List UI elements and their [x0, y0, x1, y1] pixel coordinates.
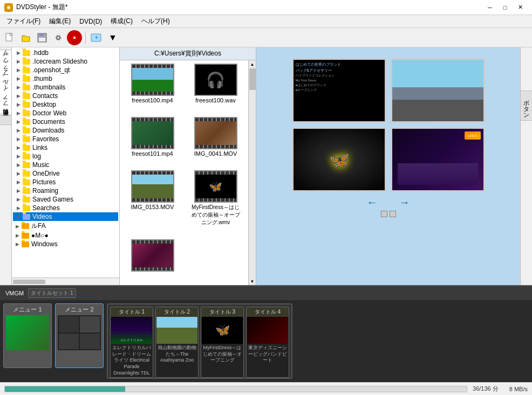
horizontal-scrollbar[interactable] — [12, 278, 119, 285]
tree-item-icecream[interactable]: ▶ .Icecream Slidesho — [13, 57, 118, 66]
menu-help[interactable]: ヘルプ(H) — [137, 16, 174, 27]
tree-item-windows[interactable]: ▶ Windows — [13, 240, 118, 248]
tree-item-jpfa[interactable]: ▶ ルFA — [13, 221, 118, 231]
menu-dvd[interactable]: DVD(D) — [75, 17, 106, 26]
svg-point-1 — [8, 6, 10, 9]
expand-icon: ▶ — [14, 102, 23, 107]
menu-edit[interactable]: 編集(E) — [45, 16, 75, 27]
title-bar-left: DVDStyler - 無題* — [4, 3, 67, 12]
status-right: 36/136 分 8 MB/s — [473, 385, 528, 393]
sidebar-tab-button[interactable]: ボタン — [520, 91, 532, 121]
title-block-4[interactable]: タイトル 4 東京ディズニーシービッグバンドビート — [246, 307, 289, 378]
file-name: IMG_0041.MOV — [192, 150, 240, 157]
tree-item-doctorweb[interactable]: ▶ Doctor Web — [13, 109, 118, 117]
add-button[interactable]: + — [89, 30, 104, 45]
timeline-menu2[interactable]: メニュー 2 — [55, 303, 104, 368]
sidebar-tab-file-browser[interactable]: ファイルブラウザ — [0, 50, 12, 114]
add-dropdown[interactable]: ▼ — [105, 30, 120, 45]
preview-dot-1[interactable] — [381, 211, 387, 217]
file-thumb — [194, 117, 237, 149]
vertical-scrollbar[interactable]: ▲ ▼ — [248, 60, 256, 285]
title3-label: MyFirstDress～はじめての振袖～オープニング — [201, 344, 243, 365]
title-block-2[interactable]: タイトル 2 旭山動物園の動物たち～The Asahiyama Zoo — [155, 307, 199, 378]
folder-icon — [22, 223, 29, 229]
tree-item-links[interactable]: ▶ Links — [13, 143, 118, 152]
maximize-button[interactable]: □ — [497, 2, 513, 13]
folder-icon — [23, 197, 30, 203]
file-content-panel: C:¥Users¥賞則¥Videos freesot100.mp4 🎧 free… — [120, 47, 256, 285]
preview-dot-2[interactable] — [390, 211, 396, 217]
tree-item-pictures[interactable]: ▶ Pictures — [13, 178, 118, 186]
new-button[interactable] — [2, 30, 17, 45]
folder-icon — [23, 119, 30, 125]
title1-label: エレクトリカルパレード・ドリームライツ Electrical Parade Dr… — [111, 344, 153, 377]
title-block-3[interactable]: タイトル 3 🦋 MyFirstDress～はじめての振袖～オープニング — [201, 307, 244, 378]
minimize-button[interactable]: ─ — [482, 2, 497, 13]
file-name: MyFirstDress～はじめての振袖～オープニング.wmv — [192, 204, 240, 226]
folder-icon — [23, 102, 30, 108]
folder-icon — [23, 128, 30, 134]
title-block-1[interactable]: タイトル 1 エレクトリカル エレクトリカルパレード・ドリームライツ Elect… — [110, 307, 153, 378]
open-button[interactable] — [18, 30, 33, 45]
preview-thumb-1: はじめての世界のブランド バッグ&アクセサリー ハイブランドコレクション My … — [292, 58, 386, 123]
preview-back-button[interactable]: ← — [367, 196, 378, 209]
expand-icon: ▶ — [14, 76, 23, 81]
tree-item-thumbnails[interactable]: ▶ .thumbnails — [13, 83, 118, 92]
tree-item-favorites[interactable]: ▶ Favorites — [13, 135, 118, 143]
tree-item-onedrive[interactable]: ▶ OneDrive — [13, 169, 118, 178]
settings-button[interactable] — [51, 30, 66, 45]
folder-icon — [22, 233, 29, 239]
menu-compose[interactable]: 構成(C) — [106, 16, 137, 27]
scroll-thumb[interactable] — [249, 68, 256, 90]
tree-item-music[interactable]: ▶ Music — [13, 161, 118, 169]
file-item-kimono[interactable] — [122, 238, 183, 283]
tree-item-desktop[interactable]: ▶ Desktop — [13, 100, 118, 109]
tree-item-documents[interactable]: ▶ Documents — [13, 117, 118, 126]
svg-rect-5 — [39, 38, 45, 41]
tree-item-videos[interactable]: ▶ Videos — [13, 212, 118, 221]
folder-icon — [23, 188, 30, 194]
tree-item-savedgames[interactable]: ▶ Saved Games — [13, 195, 118, 204]
file-item-freesot101mp4[interactable]: freesot101.mp4 — [122, 116, 183, 167]
title-set-label[interactable]: タイトルセット 1 — [28, 288, 76, 298]
timeline-menu1[interactable]: メニュー 1 — [3, 303, 52, 368]
file-thumb: 🦋 — [194, 170, 237, 203]
left-sidebar-tabs: ファイルブラウザ 画面切替 — [0, 47, 12, 285]
folder-icon — [23, 145, 30, 151]
expand-icon: ▶ — [14, 171, 23, 176]
expand-icon: ▶ — [13, 233, 22, 238]
tree-item-hddb[interactable]: ▶ .hddb — [13, 48, 118, 57]
menu2-thumb — [58, 315, 101, 350]
expand-icon: ▶ — [13, 224, 22, 229]
file-name: freesot100.mp4 — [128, 97, 177, 103]
file-browser-panel: ▶ .hddb ▶ .Icecream Slidesho ▶ .openshot… — [12, 47, 120, 285]
title4-thumb — [247, 317, 288, 344]
tree-item-downloads[interactable]: ▶ Downloads — [13, 126, 118, 135]
save-button[interactable] — [35, 30, 50, 45]
file-item-img0041mov[interactable]: IMG_0041.MOV — [185, 116, 246, 167]
tree-item-searches[interactable]: ▶ Searches — [13, 204, 118, 212]
tree-item-contacts[interactable]: ▶ Contacts — [13, 92, 118, 100]
tree-item-moo[interactable]: ▶ ●M○● — [13, 231, 118, 240]
title1-thumb: エレクトリカル — [111, 317, 152, 344]
app-title: DVDStyler - 無題* — [16, 3, 67, 12]
file-item-myfirstdress[interactable]: 🦋 MyFirstDress～はじめての振袖～オープニング.wmv — [185, 169, 246, 237]
tree-item-openshot[interactable]: ▶ .openshot_qt — [13, 66, 118, 74]
close-button[interactable]: ✕ — [513, 2, 528, 13]
tree-item-roaming[interactable]: ▶ Roaming — [13, 186, 118, 195]
tree-item-log[interactable]: ▶ log — [13, 152, 118, 161]
title2-header: タイトル 2 — [156, 307, 198, 317]
timeline-area: VMGM タイトルセット 1 メニュー 1 メニュー 2 — [0, 285, 532, 382]
burn-button[interactable] — [67, 30, 82, 45]
status-bar: 36/136 分 8 MB/s — [0, 382, 532, 395]
tree-item-thumb[interactable]: ▶ .thumb — [13, 74, 118, 83]
file-item-freesot100wav[interactable]: 🎧 freesot100.wav — [185, 63, 246, 114]
file-item-freesot100mp4[interactable]: freesot100.mp4 — [122, 63, 183, 114]
preview-nav: ← → — [262, 196, 515, 209]
progress-bar — [4, 386, 467, 392]
sidebar-tab-scene-browser[interactable]: 画面切替 — [0, 115, 12, 125]
preview-forward-button[interactable]: → — [399, 196, 410, 209]
menu-file[interactable]: ファイル(F) — [2, 16, 45, 27]
file-thumb — [131, 64, 174, 96]
file-item-img0153mov[interactable]: IMG_0153.MOV — [122, 169, 183, 237]
